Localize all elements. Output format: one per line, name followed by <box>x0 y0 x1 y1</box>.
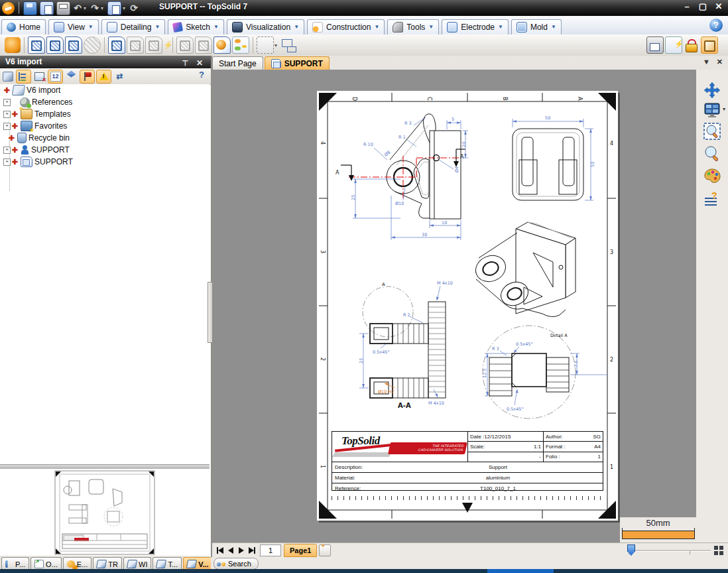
copy-document-icon[interactable] <box>40 1 54 15</box>
first-page-button[interactable] <box>215 545 225 556</box>
shaded-view-icon[interactable] <box>213 36 231 54</box>
import-export-icon[interactable] <box>701 36 718 54</box>
window-switch-icon[interactable] <box>107 1 121 15</box>
render-palette-icon[interactable] <box>703 168 721 185</box>
tab-entities[interactable]: E... <box>63 557 92 570</box>
chevron-down-icon[interactable]: ▼ <box>154 25 160 29</box>
drawing-canvas[interactable]: D C B A 4 3 2 1 4 3 2 1 <box>212 70 696 542</box>
tab-home[interactable]: Home <box>1 19 46 34</box>
rotate-3d-icon[interactable] <box>5 37 21 53</box>
filter-icon[interactable] <box>32 70 46 83</box>
next-page-button[interactable] <box>236 545 247 556</box>
tab-detailing[interactable]: Detailing▼ <box>101 19 166 34</box>
refresh-icon[interactable]: ⟳ <box>128 3 140 13</box>
local-section-icon[interactable] <box>127 36 144 54</box>
selection-zone-icon[interactable] <box>257 36 274 54</box>
numbering-icon[interactable]: 12 <box>48 70 63 84</box>
tree-item-recycle-bin[interactable]: ✚ Recycle bin <box>0 132 210 144</box>
chevron-down-icon[interactable]: ▼ <box>498 25 503 29</box>
selection-dropdown-icon[interactable]: ▾ <box>274 42 280 48</box>
main-view-icon[interactable] <box>28 36 45 54</box>
help-button[interactable]: ? <box>709 19 723 32</box>
breakout-view-icon[interactable] <box>145 36 162 54</box>
grid-view-icon[interactable] <box>714 546 724 556</box>
close-document-icon[interactable]: ✕ <box>717 58 723 66</box>
tree-options-icon[interactable] <box>16 70 31 84</box>
tab-electrode[interactable]: Electrode▼ <box>442 19 509 34</box>
tab-construction[interactable]: Construction▼ <box>307 19 385 34</box>
projected-view-icon[interactable] <box>46 36 64 54</box>
tree-item-support-drawing[interactable]: + ✚ SUPPORT <box>0 156 210 168</box>
tab-tr[interactable]: TR <box>93 557 122 570</box>
panel-help-icon[interactable]: ? <box>199 70 204 80</box>
minimize-button[interactable]: – <box>682 1 692 11</box>
close-button[interactable]: ✕ <box>713 1 724 11</box>
tab-start-page[interactable]: Start Page <box>212 56 263 70</box>
page-thumbnail[interactable] <box>54 470 155 555</box>
undo-icon[interactable]: ↶ <box>72 3 84 13</box>
expand-icon[interactable]: + <box>3 111 11 118</box>
tab-mold[interactable]: Mold▼ <box>511 19 562 34</box>
tree-item-v6-import[interactable]: ✚ V6 import <box>0 84 210 96</box>
tab-t[interactable]: T... <box>152 557 182 570</box>
chevron-down-icon[interactable]: ▼ <box>88 25 93 29</box>
undo-dropdown-icon[interactable]: ▾ <box>84 5 89 11</box>
last-page-button[interactable] <box>247 545 257 556</box>
lock-icon[interactable] <box>684 37 699 53</box>
update-document-icon[interactable] <box>665 36 682 54</box>
tab-support-document[interactable]: SUPPORT <box>265 56 330 70</box>
maximize-button[interactable]: ▢ <box>698 1 708 11</box>
expand-icon[interactable]: + <box>3 147 11 154</box>
expand-icon[interactable]: + <box>3 123 11 130</box>
layout-dropdown-icon[interactable]: ▾ <box>723 106 725 112</box>
zoom-icon[interactable] <box>703 145 721 162</box>
warning-icon[interactable] <box>96 70 111 84</box>
synchronize-icon[interactable]: ⇄ <box>113 70 127 83</box>
tree-item-references[interactable]: + References <box>0 96 210 108</box>
chevron-down-icon[interactable]: ▼ <box>294 25 299 29</box>
tab-operations[interactable]: O... <box>30 557 62 570</box>
section-view-icon[interactable] <box>108 36 125 54</box>
search-button[interactable]: Search <box>213 558 259 570</box>
tab-v6[interactable]: V... <box>183 557 213 570</box>
select-reference-icon[interactable] <box>1 70 15 83</box>
auxiliary-view-icon[interactable] <box>65 36 82 54</box>
chevron-down-icon[interactable]: ▼ <box>428 25 434 29</box>
redo-dropdown-icon[interactable]: ▾ <box>101 5 106 11</box>
tab-tools[interactable]: Tools▼ <box>387 19 439 34</box>
previous-page-button[interactable] <box>225 545 236 556</box>
expand-icon[interactable]: + <box>3 159 11 166</box>
page1-tab[interactable]: Page1 <box>284 544 317 557</box>
tab-wi[interactable]: WI <box>123 557 151 570</box>
screen-layout-icon[interactable] <box>703 101 721 119</box>
tab-sketch[interactable]: Sketch▼ <box>168 19 224 34</box>
help-options-icon[interactable]: ? <box>703 190 721 208</box>
flag-icon[interactable] <box>80 70 95 84</box>
pan-move-icon[interactable] <box>703 82 721 99</box>
layers-icon[interactable] <box>64 70 78 83</box>
tab-visualization[interactable]: Visualization▼ <box>227 19 304 34</box>
redo-icon[interactable]: ↷ <box>89 3 101 13</box>
process-funnel-icon[interactable] <box>232 36 249 54</box>
tab-view[interactable]: View▼ <box>48 19 99 34</box>
chevron-down-icon[interactable]: ▼ <box>213 25 219 29</box>
curve-icon[interactable] <box>176 36 194 54</box>
page-number-input[interactable]: 1 <box>260 544 281 556</box>
print-preview-icon[interactable] <box>646 36 664 54</box>
frame-icon[interactable] <box>195 36 212 54</box>
window-dropdown-icon[interactable]: ▾ <box>123 5 128 11</box>
save-icon[interactable] <box>23 1 37 15</box>
topsolid-logo-icon[interactable] <box>2 2 15 15</box>
tree-item-support-part[interactable]: + ✚ SUPPORT <box>0 144 210 156</box>
print-icon[interactable] <box>56 1 70 15</box>
chevron-down-icon[interactable]: ▼ <box>374 25 379 29</box>
tab-list-dropdown-icon[interactable]: ▼ <box>703 58 710 66</box>
dimension-layout-icon[interactable] <box>280 37 296 53</box>
new-page-button[interactable] <box>319 544 331 556</box>
tab-project[interactable]: P... <box>1 557 29 570</box>
zoom-window-icon[interactable] <box>703 123 721 140</box>
expand-icon[interactable]: + <box>3 99 11 106</box>
zoom-slider-track[interactable] <box>629 550 711 552</box>
tree-item-templates[interactable]: + ✚ Templates <box>0 108 210 120</box>
tree-item-favorites[interactable]: + ✚ Favorites <box>0 120 210 132</box>
